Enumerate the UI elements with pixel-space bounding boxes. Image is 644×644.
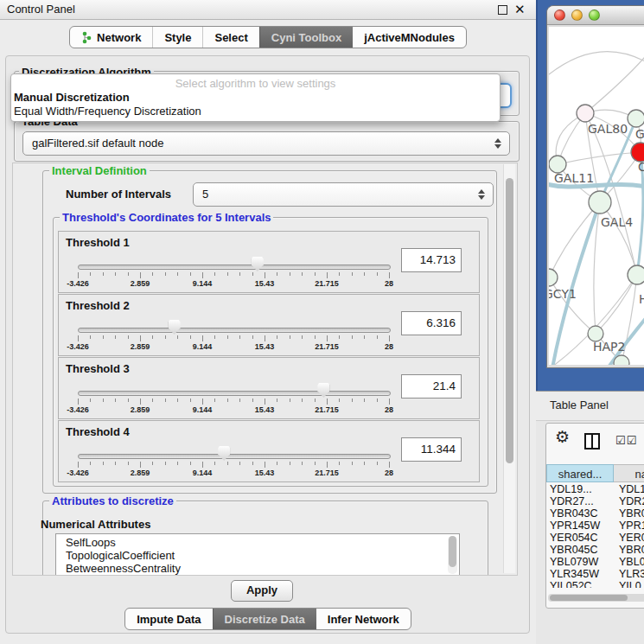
table-row[interactable]: YBR045CYBR0 — [546, 544, 644, 556]
network-node[interactable] — [577, 105, 594, 122]
number-of-intervals-combobox[interactable]: 5 — [193, 182, 494, 207]
tab-jactivemnodules-label: jActiveMNodules — [364, 31, 455, 44]
tab-cyni-toolbox-label: Cyni Toolbox — [271, 31, 341, 44]
network-icon — [81, 31, 92, 44]
cell-shared-name: YLR345W — [550, 568, 614, 580]
apply-button[interactable]: Apply — [231, 580, 293, 602]
slider-track[interactable] — [78, 391, 391, 396]
network-canvas[interactable]: GAL80GALCGAL11GAL4GCY1HHAP2 — [549, 27, 644, 365]
threshold-label: Threshold 4 — [66, 425, 130, 438]
combo-stepper-icon — [478, 189, 485, 200]
network-edge[interactable] — [585, 53, 644, 113]
tab-network[interactable]: Network — [70, 27, 152, 48]
table-row[interactable]: YLR345WYLR3 — [546, 568, 644, 580]
float-window-icon[interactable] — [498, 5, 507, 15]
slider-track[interactable] — [78, 454, 391, 459]
list-item[interactable]: BetweennessCentrality — [56, 562, 459, 575]
tab-cyni-toolbox[interactable]: Cyni Toolbox — [259, 27, 353, 48]
tick-mark — [152, 335, 153, 339]
table-row[interactable]: YIL052CYIL0 — [546, 580, 644, 588]
column-header-shared-name[interactable]: shared... — [546, 464, 614, 482]
tick-mark — [202, 272, 203, 278]
slider-track[interactable] — [78, 328, 391, 333]
column-header-name[interactable]: na — [614, 464, 644, 482]
network-node[interactable] — [628, 265, 644, 284]
attributes-scrollbar-thumb[interactable] — [449, 536, 456, 567]
interval-definition-title: Interval Definition — [49, 164, 150, 177]
table-row[interactable]: YBL079WYBL0 — [546, 556, 644, 568]
slider-track[interactable] — [78, 265, 391, 270]
tick-label: 15.43 — [255, 279, 275, 288]
cell-name: YLR3 — [619, 568, 644, 580]
tab-style[interactable]: Style — [152, 27, 202, 48]
network-node[interactable] — [628, 110, 644, 127]
attributes-scrollbar[interactable] — [448, 536, 457, 574]
table-row[interactable]: YDL19...YDL1 — [546, 483, 644, 495]
table-hscrollbar-thumb[interactable] — [550, 595, 628, 601]
tick-mark — [352, 399, 353, 402]
mac-zoom-button[interactable] — [589, 10, 600, 21]
tick-mark — [352, 335, 353, 339]
list-item[interactable]: TopologicalCoefficient — [56, 549, 459, 562]
tick-mark — [78, 272, 79, 278]
table-data-combobox[interactable]: galFiltered.sif default node — [22, 131, 510, 156]
tick-mark — [315, 399, 316, 402]
threshold-value-input[interactable]: 21.4 — [401, 374, 462, 399]
tick-mark — [190, 399, 191, 402]
combo-stepper-icon — [494, 138, 501, 149]
mac-close-button[interactable] — [554, 10, 565, 21]
table-row[interactable]: YER054CYER0 — [546, 532, 644, 544]
popup-option-equal-width-frequency[interactable]: Equal Width/Frequency Discretization — [14, 105, 201, 118]
table-hscrollbar[interactable] — [548, 594, 644, 602]
list-item[interactable]: SelfLoops — [56, 536, 459, 549]
tick-label: 15.43 — [255, 469, 275, 477]
network-node[interactable] — [631, 143, 644, 162]
popup-option-manual-discretization[interactable]: Manual Discretization — [14, 91, 130, 104]
table-row[interactable]: YPR145WYPR1 — [546, 520, 644, 532]
network-edge[interactable] — [558, 152, 641, 164]
network-edge[interactable] — [600, 202, 637, 275]
threshold-box: Threshold 3-3.4262.8599.14415.4321.71528… — [58, 357, 480, 419]
tick-label: 9.144 — [193, 469, 213, 477]
network-node[interactable] — [549, 269, 558, 286]
threshold-value-input[interactable]: 14.713 — [401, 248, 462, 272]
panel-scrollbar[interactable] — [503, 164, 515, 573]
tab-infer-network[interactable]: Infer Network — [316, 609, 411, 629]
tick-mark — [103, 335, 104, 339]
network-node[interactable] — [549, 156, 566, 173]
tab-jactivemnodules[interactable]: jActiveMNodules — [353, 27, 466, 48]
tick-mark — [165, 335, 166, 339]
network-edge[interactable] — [549, 52, 644, 79]
tab-impute-data[interactable]: Impute Data — [125, 609, 212, 629]
mac-minimize-button[interactable] — [571, 10, 583, 21]
tick-mark — [177, 272, 178, 276]
panel-scrollbar-thumb[interactable] — [506, 178, 513, 463]
select-all-checkboxes-icon[interactable]: ☑☑ — [615, 434, 637, 447]
settings-gear-icon[interactable]: ⚙ — [555, 429, 570, 446]
tick-mark — [78, 399, 79, 405]
table-row[interactable]: YDR27...YDR2 — [546, 495, 644, 507]
tick-mark — [327, 335, 328, 341]
tick-mark — [302, 399, 303, 402]
numerical-attributes-list[interactable]: SelfLoopsTopologicalCoefficientBetweenne… — [55, 533, 460, 576]
threshold-value-input[interactable]: 6.316 — [401, 311, 462, 335]
threshold-value-input[interactable]: 11.344 — [401, 437, 462, 462]
tab-select[interactable]: Select — [202, 27, 258, 48]
network-graph: GAL80GALCGAL11GAL4GCY1HHAP2 — [549, 27, 644, 365]
tick-mark — [214, 272, 215, 276]
network-window-titlebar[interactable] — [547, 6, 644, 25]
tick-mark — [315, 335, 316, 339]
tick-mark — [265, 399, 265, 405]
top-tabbar: Network Style Select Cyni Toolbox jActiv… — [0, 26, 536, 48]
cell-shared-name: YDR27... — [550, 495, 614, 507]
table-row[interactable]: YBR043CYBR0 — [546, 507, 644, 520]
node-label: GAL4 — [601, 215, 633, 229]
tick-label: -3.426 — [67, 469, 89, 477]
split-columns-icon[interactable] — [584, 433, 600, 450]
network-node[interactable] — [589, 191, 611, 214]
close-icon[interactable]: ✕ — [514, 1, 526, 18]
tab-discretize-data[interactable]: Discretize Data — [213, 609, 316, 629]
network-edge[interactable] — [549, 202, 600, 277]
tick-mark — [377, 399, 378, 402]
tick-mark — [252, 272, 253, 276]
